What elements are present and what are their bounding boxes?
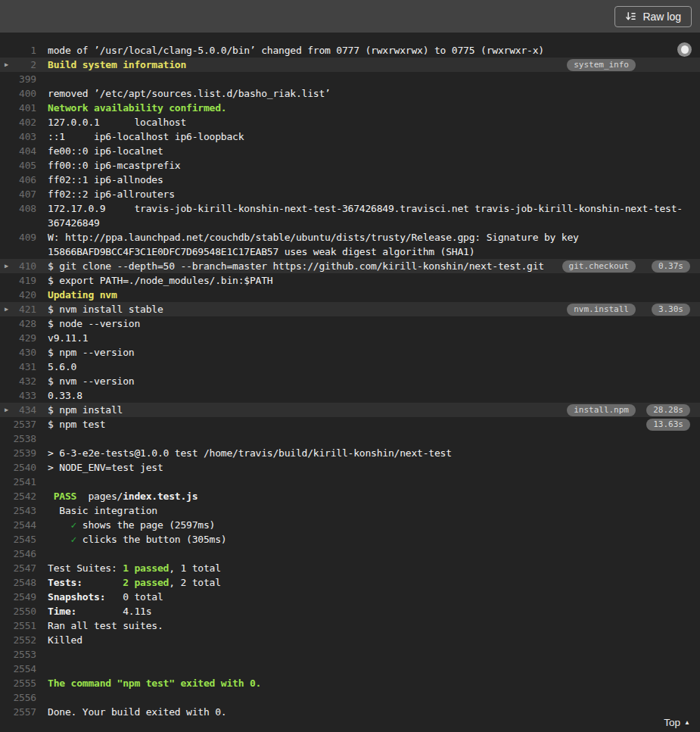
text: W: http://ppa.launchpad.net/couchdb/stab…: [48, 232, 579, 243]
log-lines: 1mode of ’/usr/local/clang-5.0.0/bin’ ch…: [0, 43, 700, 719]
line-number[interactable]: 430: [12, 345, 36, 360]
fold-caret-icon[interactable]: ▶: [0, 58, 12, 72]
line-number[interactable]: 400: [12, 86, 36, 101]
duration-badge: 3.30s: [652, 304, 690, 316]
line-number[interactable]: 403: [12, 129, 36, 144]
line-number[interactable]: 2557: [12, 705, 36, 719]
scroll-to-top-link[interactable]: Top ▲: [664, 717, 690, 728]
log-line-row: 401Network availability confirmed.: [0, 101, 700, 115]
duration-slot: 3.30s: [643, 304, 690, 316]
line-number[interactable]: 2552: [12, 633, 36, 647]
line-number[interactable]: 2551: [12, 618, 36, 633]
log-line-row: 2541: [0, 475, 700, 489]
line-number[interactable]: 433: [12, 388, 36, 403]
success-text: Network availability confirmed.: [48, 102, 226, 114]
line-number[interactable]: 408: [12, 201, 36, 216]
text: $ git clone --depth=50 --branch=master h…: [48, 260, 544, 272]
log-text: 172.17.0.9 travis-job-kirill-konshin-nex…: [36, 201, 700, 216]
line-number[interactable]: 419: [12, 273, 36, 288]
raw-log-button[interactable]: Raw log: [614, 6, 692, 27]
line-number[interactable]: 429: [12, 331, 36, 345]
log-fold-header-row[interactable]: ▶434$ npm installinstall.npm28.28s: [0, 403, 700, 417]
line-number[interactable]: 2546: [12, 547, 36, 561]
fold-caret-icon[interactable]: ▶: [0, 403, 12, 417]
line-number[interactable]: 2: [12, 58, 36, 72]
fold-caret-icon[interactable]: ▶: [0, 259, 12, 273]
line-number[interactable]: 2538: [12, 431, 36, 446]
bold-text: index.test.js: [123, 491, 198, 502]
line-number[interactable]: 2545: [12, 532, 36, 547]
text: Done. Your build exited with 0.: [48, 706, 226, 718]
log-text: Time: 4.11s: [36, 604, 700, 618]
log-line-row: 420Updating nvm: [0, 288, 700, 302]
log-line-row: 430$ npm --version: [0, 345, 700, 360]
line-number[interactable]: 402: [12, 115, 36, 129]
log-text: W: http://ppa.launchpad.net/couchdb/stab…: [36, 230, 700, 245]
log-line-row: 402127.0.0.1 localhost: [0, 115, 700, 129]
duration-badge: 13.63s: [646, 419, 690, 431]
line-number[interactable]: 420: [12, 288, 36, 302]
text: fe00::0 ip6-localnet: [48, 145, 163, 157]
text: pages/: [76, 491, 123, 502]
text: mode of ’/usr/local/clang-5.0.0/bin’ cha…: [48, 45, 544, 56]
line-number[interactable]: 404: [12, 144, 36, 158]
line-number[interactable]: 410: [12, 259, 36, 273]
log-line-row: 1mode of ’/usr/local/clang-5.0.0/bin’ ch…: [0, 43, 700, 58]
line-number[interactable]: 2540: [12, 460, 36, 475]
line-number[interactable]: 421: [12, 302, 36, 316]
log-position-indicator-button[interactable]: [677, 42, 692, 57]
text: v9.11.1: [48, 332, 88, 344]
log-text: 15866BAFD9BCC4F3C1E0DFC7D69548E1C17EAB57…: [36, 245, 700, 259]
line-number[interactable]: 431: [12, 360, 36, 374]
line-number[interactable]: 409: [12, 230, 36, 245]
text: 127.0.0.1 localhost: [48, 117, 186, 128]
log-line-row: 429v9.11.1: [0, 331, 700, 345]
line-number[interactable]: 2539: [12, 446, 36, 460]
log-fold-header-row[interactable]: ▶2Build system informationsystem_info: [0, 58, 700, 72]
check-icon: ✓: [71, 534, 77, 545]
line-number[interactable]: 2554: [12, 662, 36, 676]
line-number[interactable]: 2548: [12, 575, 36, 590]
log-fold-header-row[interactable]: ▶410$ git clone --depth=50 --branch=mast…: [0, 259, 700, 273]
line-number[interactable]: 2543: [12, 503, 36, 518]
log-text: Ran all test suites.: [36, 618, 700, 633]
line-number[interactable]: 2553: [12, 647, 36, 662]
log-text: mode of ’/usr/local/clang-5.0.0/bin’ cha…: [36, 43, 700, 58]
log-line-row: 2551Ran all test suites.: [0, 618, 700, 633]
line-number[interactable]: 401: [12, 101, 36, 115]
log-text: removed ’/etc/apt/sources.list.d/basho_r…: [36, 86, 700, 101]
line-number[interactable]: 2541: [12, 475, 36, 489]
badge-group: git.checkout0.37s: [562, 260, 700, 273]
fold-caret-icon[interactable]: ▶: [0, 302, 12, 316]
bold-text: Time:: [48, 606, 76, 617]
line-number[interactable]: 428: [12, 316, 36, 331]
log-line-row: 2539> 6-3-e2e-tests@1.0.0 test /home/tra…: [0, 446, 700, 460]
log-line-row: 2547Test Suites: 1 passed, 1 total: [0, 561, 700, 575]
line-number[interactable]: 407: [12, 187, 36, 201]
bold-text: Snapshots:: [48, 591, 105, 603]
line-number[interactable]: 2544: [12, 518, 36, 532]
warning-text: Updating nvm: [48, 289, 117, 301]
line-number[interactable]: 405: [12, 158, 36, 173]
log-line-row: 2544 ✓ shows the page (2597ms): [0, 518, 700, 532]
line-number[interactable]: 2549: [12, 590, 36, 604]
log-text: 0.33.8: [36, 388, 700, 403]
line-number[interactable]: 2537: [12, 417, 36, 431]
line-number[interactable]: 2547: [12, 561, 36, 575]
line-number[interactable]: 432: [12, 374, 36, 388]
line-number[interactable]: 2556: [12, 690, 36, 705]
duration-slot: 13.63s: [643, 419, 690, 431]
log-line-row: 2542 PASS pages/index.test.js: [0, 489, 700, 503]
log-line-row: 2546: [0, 547, 700, 561]
log-line-row: 2545 ✓ clicks the button (305ms): [0, 532, 700, 547]
line-number[interactable]: 2555: [12, 676, 36, 690]
log-fold-header-row[interactable]: ▶421$ nvm install stablenvm.install3.30s: [0, 302, 700, 316]
line-number[interactable]: 399: [12, 72, 36, 86]
line-number[interactable]: 2550: [12, 604, 36, 618]
line-number[interactable]: 406: [12, 173, 36, 187]
text: Killed: [48, 634, 82, 646]
line-number[interactable]: 1: [12, 43, 36, 58]
line-number[interactable]: 2542: [12, 489, 36, 503]
line-number[interactable]: 434: [12, 403, 36, 417]
log-text: $ nvm --version: [36, 374, 700, 388]
